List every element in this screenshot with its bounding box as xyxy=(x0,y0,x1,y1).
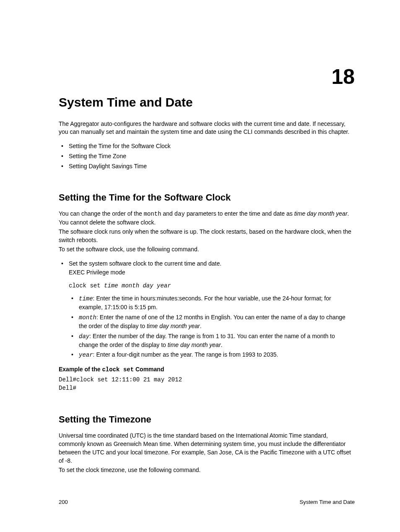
example-title: Example of the clock set Command xyxy=(59,365,355,374)
body-paragraph: The software clock runs only when the so… xyxy=(59,228,355,245)
body-paragraph: You can change the order of the month an… xyxy=(59,210,355,227)
topic-list: Setting the Time for the Software Clock … xyxy=(59,142,355,171)
body-paragraph: To set the software clock, use the follo… xyxy=(59,245,355,254)
param-item: time: Enter the time in hours:minutes:se… xyxy=(69,295,355,312)
page-footer: 200 System Time and Date xyxy=(59,498,355,506)
list-item: Setting the Time for the Software Clock xyxy=(59,142,355,151)
list-item: Set the system software clock to the cur… xyxy=(59,260,355,360)
param-item: day: Enter the number of the day. The ra… xyxy=(69,332,355,349)
intro-paragraph: The Aggregator auto-configures the hardw… xyxy=(59,120,355,137)
page-title: System Time and Date xyxy=(59,94,355,112)
page-number: 200 xyxy=(59,498,68,506)
mode-label: EXEC Privilege mode xyxy=(69,269,355,277)
section-heading: Setting the Time for the Software Clock xyxy=(59,191,355,204)
param-name: year xyxy=(79,352,93,358)
body-paragraph: To set the clock timezone, use the follo… xyxy=(59,466,355,475)
inline-code: day xyxy=(174,211,185,217)
inline-code: clock set xyxy=(102,366,134,373)
code-block: Dell#clock set 12:11:00 21 may 2012 Dell… xyxy=(59,376,355,393)
inline-code: month xyxy=(144,211,161,217)
param-item: month: Enter the name of one of the 12 m… xyxy=(69,313,355,331)
command-line: clock set time month day year xyxy=(69,282,355,290)
param-list: time: Enter the time in hours:minutes:se… xyxy=(69,295,355,360)
chapter-number: 18 xyxy=(331,62,355,92)
footer-section-title: System Time and Date xyxy=(300,498,355,506)
body-paragraph: Universal time coordinated (UTC) is the … xyxy=(59,432,355,465)
step-list: Set the system software clock to the cur… xyxy=(59,260,355,360)
section-heading: Setting the Timezone xyxy=(59,413,355,426)
param-name: time xyxy=(79,295,93,302)
list-item: Setting the Time Zone xyxy=(59,152,355,161)
param-name: day xyxy=(79,333,89,340)
param-item: year: Enter a four-digit number as the y… xyxy=(69,351,355,360)
param-name: month xyxy=(79,314,96,321)
list-item: Setting Daylight Savings Time xyxy=(59,162,355,171)
inline-italic: time day month year xyxy=(294,210,348,217)
